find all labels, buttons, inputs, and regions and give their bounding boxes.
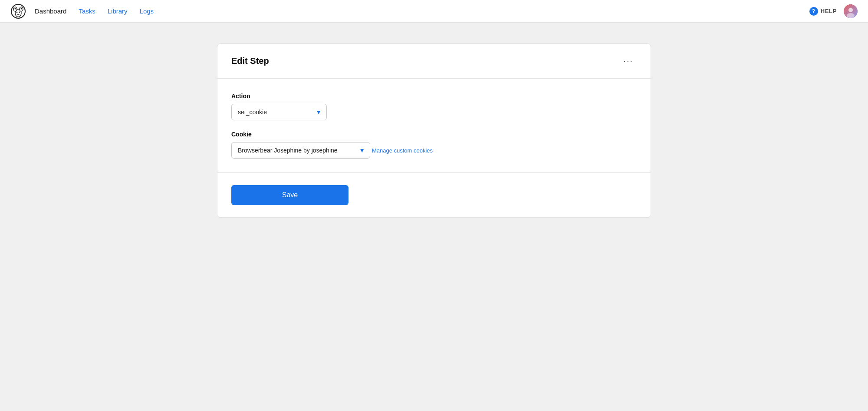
navbar: Dashboard Tasks Library Logs ? HELP [0,0,868,23]
more-options-button[interactable]: ··· [620,54,637,68]
svg-point-9 [848,8,853,12]
save-button[interactable]: Save [231,185,349,205]
svg-point-3 [19,11,20,13]
help-label: HELP [821,8,837,14]
action-select[interactable]: set_cookie get_cookie delete_cookie [231,104,327,120]
user-avatar[interactable] [844,4,858,18]
card-header: Edit Step ··· [217,44,651,79]
nav-dashboard[interactable]: Dashboard [35,7,66,15]
card-footer: Save [217,173,651,217]
nav-library[interactable]: Library [108,7,128,15]
svg-point-7 [21,8,22,9]
card-body: Action set_cookie get_cookie delete_cook… [217,79,651,173]
action-label: Action [231,93,637,99]
action-select-wrapper: set_cookie get_cookie delete_cookie ▼ [231,104,327,120]
edit-step-card: Edit Step ··· Action set_cookie get_cook… [217,43,651,218]
main-content: Edit Step ··· Action set_cookie get_cook… [0,23,868,239]
svg-point-6 [15,8,16,9]
action-form-group: Action set_cookie get_cookie delete_cook… [231,93,637,120]
navbar-right: ? HELP [809,4,858,18]
nav-tasks[interactable]: Tasks [79,7,95,15]
cookie-label: Cookie [231,131,637,138]
cookie-select-wrapper: Browserbear Josephine by josephine ▼ [231,142,370,159]
cookie-form-group: Cookie Browserbear Josephine by josephin… [231,131,637,159]
cookie-select[interactable]: Browserbear Josephine by josephine [231,142,370,159]
logo[interactable] [10,3,26,19]
svg-point-2 [16,11,18,13]
help-icon: ? [809,7,818,16]
navbar-links: Dashboard Tasks Library Logs [35,7,809,15]
nav-logs[interactable]: Logs [140,7,154,15]
manage-custom-cookies-link[interactable]: Manage custom cookies [372,147,433,154]
help-button[interactable]: ? HELP [809,7,837,16]
svg-point-10 [847,13,855,18]
card-title: Edit Step [231,56,269,66]
